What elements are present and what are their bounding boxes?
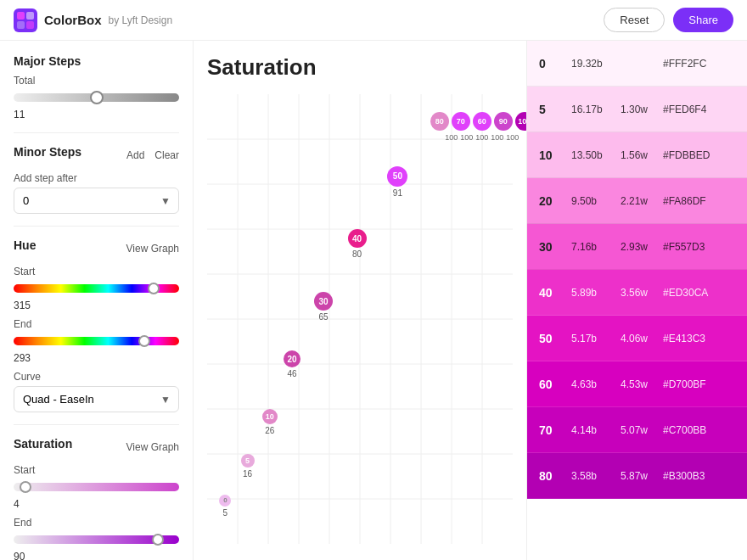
sat-end-slider-container	[14, 532, 179, 547]
hue-curve-select[interactable]: LinearQuad - EaseInQuad - EaseOut	[14, 386, 179, 412]
dot-80[interactable]: 80	[430, 112, 449, 131]
svg-rect-3	[17, 21, 25, 29]
dot-0[interactable]: 0	[219, 495, 231, 507]
color-row-30[interactable]: 30 7.16b 2.93w #F557D3	[527, 224, 747, 270]
sat-end-value: 90	[14, 551, 179, 560]
hue-title: Hue	[14, 238, 36, 252]
color-row-10[interactable]: 10 13.50b 1.56w #FDBBED	[527, 132, 747, 178]
hue-curve-select-wrapper: LinearQuad - EaseInQuad - EaseOut ▼	[14, 386, 179, 412]
divider-1	[14, 132, 179, 133]
row-b-0: 19.32b	[571, 58, 612, 70]
row-hex-10: #FDBBED	[663, 149, 710, 161]
row-b-30: 7.16b	[571, 241, 612, 253]
svg-rect-0	[14, 8, 37, 32]
hue-end-value: 293	[14, 352, 179, 364]
row-step-60: 60	[539, 378, 563, 391]
row-hex-40: #ED30CA	[663, 287, 708, 299]
minor-steps-actions: Add Clear	[126, 149, 179, 161]
dot-50[interactable]: 50	[387, 166, 407, 187]
dot-30-label: 65	[318, 312, 328, 322]
row-w-30: 2.93w	[621, 241, 654, 253]
sat-start-slider-container	[14, 479, 179, 495]
app-header: ColorBox by Lyft Design Reset Share	[0, 0, 747, 41]
row-w-5: 1.30w	[621, 104, 654, 115]
row-step-10: 10	[539, 148, 563, 162]
row-w-60: 4.53w	[621, 378, 654, 390]
row-hex-30: #F557D3	[663, 241, 705, 253]
dot-40-label: 80	[352, 249, 362, 259]
color-row-0[interactable]: 0 19.32b #FFF2FC	[527, 41, 747, 87]
row-b-40: 5.89b	[571, 287, 612, 299]
hue-view-graph-button[interactable]: View Graph	[126, 243, 179, 255]
hue-start-value: 315	[14, 300, 179, 311]
saturation-view-graph-button[interactable]: View Graph	[126, 441, 179, 453]
dot-60[interactable]: 60	[473, 112, 491, 131]
hue-section-header: Hue View Graph	[14, 238, 179, 259]
saturation-title: Saturation	[14, 437, 72, 451]
dot-0-label: 5	[223, 508, 228, 518]
major-steps-slider[interactable]	[14, 93, 179, 102]
dot-30[interactable]: 30	[314, 292, 333, 311]
row-hex-0: #FFF2FC	[663, 58, 706, 70]
divider-2	[14, 226, 179, 227]
color-row-20[interactable]: 20 9.50b 2.21w #FA86DF	[527, 178, 747, 224]
color-row-70[interactable]: 70 4.14b 5.07w #C700BB	[527, 407, 747, 453]
scatter-plot: 80 70 60 90 100 100100100100100 50 91 40…	[207, 94, 513, 544]
svg-rect-4	[26, 21, 34, 29]
brand-area: ColorBox by Lyft Design	[14, 8, 172, 32]
dot-50-container: 50 91	[387, 166, 407, 198]
row-step-80: 80	[539, 469, 563, 483]
add-step-after-select[interactable]: 05102030	[14, 188, 179, 214]
row-hex-50: #E413C3	[663, 333, 705, 344]
dot-70[interactable]: 70	[452, 112, 470, 131]
dot-0-container: 0 5	[219, 495, 231, 518]
dot-90[interactable]: 90	[494, 112, 513, 131]
color-row-80[interactable]: 80 3.58b 5.87w #B300B3	[527, 453, 747, 499]
sat-end-label: End	[14, 517, 179, 529]
hue-end-label: End	[14, 318, 179, 330]
app-name: ColorBox	[44, 13, 102, 27]
dot-20[interactable]: 20	[284, 350, 300, 367]
dot-5[interactable]: 5	[241, 454, 255, 468]
hue-start-slider-container	[14, 281, 179, 296]
dot-100-top[interactable]: 100	[515, 112, 526, 131]
chart-area: Saturation	[194, 41, 526, 560]
sat-start-slider[interactable]	[14, 483, 179, 491]
row-w-40: 3.56w	[621, 287, 654, 299]
logo-icon	[14, 8, 37, 32]
row-step-30: 30	[539, 240, 563, 254]
reset-button[interactable]: Reset	[604, 8, 665, 32]
color-row-50[interactable]: 50 5.17b 4.06w #E413C3	[527, 316, 747, 361]
sidebar: Major Steps Total 11 Minor Steps Add Cle…	[0, 41, 194, 560]
divider-3	[14, 424, 179, 425]
color-row-5[interactable]: 5 16.17b 1.30w #FED6F4	[527, 87, 747, 132]
dot-30-container: 30 65	[314, 292, 333, 322]
dot-10[interactable]: 10	[262, 409, 278, 424]
major-steps-total-label: Total	[14, 75, 179, 87]
hue-curve-label: Curve	[14, 371, 179, 383]
svg-rect-1	[17, 12, 25, 20]
color-row-40[interactable]: 40 5.89b 3.56w #ED30CA	[527, 270, 747, 316]
dot-10-container: 10 26	[262, 409, 278, 435]
header-actions: Reset Share	[604, 8, 733, 32]
hue-start-slider[interactable]	[14, 284, 179, 293]
share-button[interactable]: Share	[673, 8, 733, 32]
hue-end-slider[interactable]	[14, 337, 179, 345]
row-hex-20: #FA86DF	[663, 195, 706, 207]
row-b-10: 13.50b	[571, 149, 612, 161]
sat-end-slider[interactable]	[14, 535, 179, 544]
dot-20-label: 46	[287, 369, 296, 378]
color-row-60[interactable]: 60 4.63b 4.53w #D700BF	[527, 361, 747, 407]
chart-title: Saturation	[207, 54, 513, 81]
row-w-80: 5.87w	[621, 470, 654, 482]
major-steps-value: 11	[14, 109, 179, 120]
dot-group-top-labels: 100100100100100	[445, 133, 519, 142]
row-b-70: 4.14b	[571, 424, 612, 436]
main-layout: Major Steps Total 11 Minor Steps Add Cle…	[0, 41, 747, 560]
dot-40-container: 40 80	[348, 229, 367, 259]
dot-40[interactable]: 40	[348, 229, 367, 248]
hue-end-slider-container	[14, 333, 179, 349]
dot-group-top-circles: 80 70 60 90 100	[430, 112, 526, 131]
add-minor-step-button[interactable]: Add	[126, 149, 144, 161]
clear-minor-steps-button[interactable]: Clear	[154, 149, 179, 161]
